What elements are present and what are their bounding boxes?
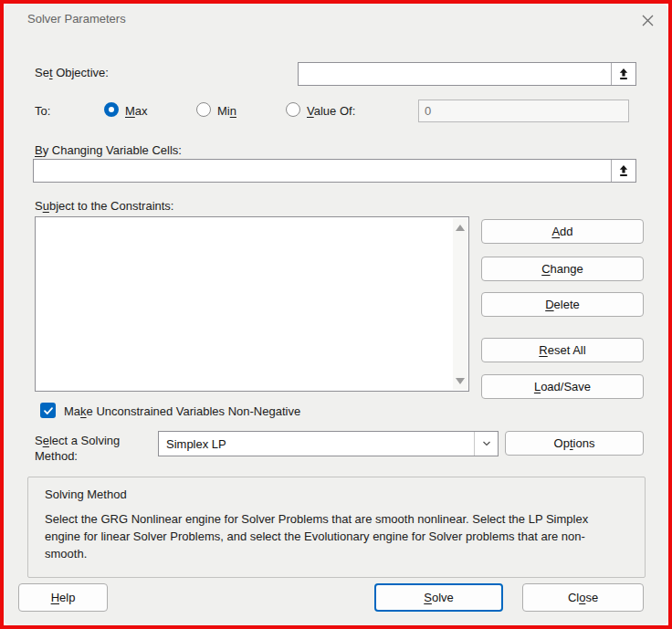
constraints-listbox[interactable]	[35, 216, 469, 392]
solving-method-selected: Simplex LP	[159, 437, 474, 451]
select-method-label-line2: Method:	[35, 449, 78, 463]
constraints-scrollbar[interactable]	[453, 218, 467, 390]
by-changing-field	[33, 159, 636, 183]
value-of-input[interactable]	[419, 100, 628, 121]
non-negative-label[interactable]: Make Unconstrained Variables Non-Negativ…	[64, 404, 300, 418]
set-objective-field	[298, 62, 636, 86]
options-button[interactable]: Options	[505, 431, 644, 456]
to-label: To:	[35, 104, 50, 118]
reset-all-button[interactable]: Reset All	[481, 338, 644, 362]
solve-button[interactable]: Solve	[374, 583, 503, 612]
help-button[interactable]: Help	[18, 583, 108, 612]
page-title: Solver Parameters	[27, 12, 126, 26]
solving-method-dropdown[interactable]: Simplex LP	[158, 431, 499, 456]
groupbox-description: Select the GRG Nonlinear engine for Solv…	[45, 510, 622, 562]
scroll-down-icon[interactable]	[453, 373, 467, 388]
radio-value-of[interactable]	[286, 102, 300, 117]
groupbox-title: Solving Method	[45, 487, 127, 501]
range-selector-icon[interactable]	[611, 160, 635, 182]
delete-button[interactable]: Delete	[481, 292, 644, 317]
non-negative-checkbox[interactable]	[40, 403, 56, 418]
add-button[interactable]: Add	[481, 219, 644, 244]
radio-max[interactable]	[104, 102, 119, 117]
chevron-down-icon[interactable]	[474, 432, 498, 456]
radio-value-of-label[interactable]: Value Of:	[307, 104, 355, 118]
load-save-button[interactable]: Load/Save	[481, 374, 644, 399]
check-icon	[43, 405, 54, 416]
close-button[interactable]: Close	[522, 583, 644, 612]
set-objective-label: Set Objective:	[35, 66, 109, 79]
by-changing-input[interactable]	[34, 160, 611, 182]
constraints-label: Subject to the Constraints:	[35, 199, 173, 213]
annotation-frame: Solver Parameters Set Objective: To: Max…	[0, 0, 672, 629]
set-objective-input[interactable]	[299, 63, 611, 85]
select-method-label: Select a Solving	[35, 434, 120, 447]
close-icon[interactable]	[634, 6, 661, 34]
scroll-up-icon[interactable]	[453, 220, 467, 235]
radio-max-label[interactable]: Max	[125, 104, 148, 118]
change-button[interactable]: Change	[481, 257, 644, 281]
solver-parameters-dialog: Solver Parameters Set Objective: To: Max…	[4, 4, 668, 625]
radio-min[interactable]	[196, 102, 211, 117]
by-changing-label: By Changing Variable Cells:	[35, 143, 182, 157]
solving-method-groupbox: Solving Method Select the GRG Nonlinear …	[27, 477, 646, 578]
value-of-field	[418, 100, 629, 122]
range-selector-icon[interactable]	[611, 63, 635, 85]
radio-min-label[interactable]: Min	[217, 104, 236, 118]
